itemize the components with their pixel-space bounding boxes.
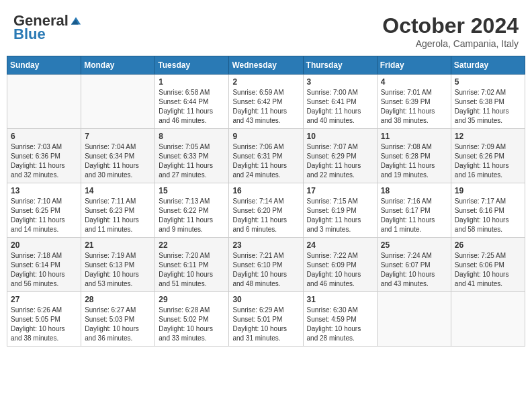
day-number: 4 [381, 77, 447, 87]
calendar-day-cell: 24Sunrise: 7:22 AM Sunset: 6:09 PM Dayli… [303, 238, 377, 292]
day-info: Sunrise: 6:30 AM Sunset: 4:59 PM Dayligh… [307, 306, 373, 343]
calendar-day-cell: 31Sunrise: 6:30 AM Sunset: 4:59 PM Dayli… [303, 292, 377, 347]
calendar-table: SundayMondayTuesdayWednesdayThursdayFrid… [7, 56, 525, 347]
weekday-header-row: SundayMondayTuesdayWednesdayThursdayFrid… [7, 56, 525, 75]
weekday-header-cell: Wednesday [229, 56, 303, 75]
page-header: General Blue October 2024 Agerola, Campa… [7, 7, 525, 52]
day-number: 2 [232, 77, 299, 87]
day-info: Sunrise: 7:16 AM Sunset: 6:17 PM Dayligh… [381, 197, 447, 234]
calendar-day-cell: 13Sunrise: 7:10 AM Sunset: 6:25 PM Dayli… [7, 183, 81, 238]
day-number: 8 [159, 132, 225, 141]
calendar-day-cell [7, 75, 81, 129]
calendar-day-cell: 1Sunrise: 6:58 AM Sunset: 6:44 PM Daylig… [155, 75, 229, 129]
day-number: 25 [381, 240, 447, 250]
day-number: 27 [11, 295, 77, 304]
day-info: Sunrise: 7:11 AM Sunset: 6:23 PM Dayligh… [85, 197, 151, 234]
day-number: 9 [232, 132, 299, 141]
day-info: Sunrise: 7:14 AM Sunset: 6:20 PM Dayligh… [232, 197, 299, 234]
calendar-day-cell: 20Sunrise: 7:18 AM Sunset: 6:14 PM Dayli… [7, 238, 81, 292]
day-number: 20 [11, 240, 77, 250]
logo: General Blue [13, 13, 82, 43]
weekday-header-cell: Monday [81, 56, 155, 75]
calendar-day-cell: 28Sunrise: 6:27 AM Sunset: 5:03 PM Dayli… [81, 292, 155, 347]
day-number: 21 [85, 240, 151, 250]
location-text: Agerola, Campania, Italy [382, 38, 519, 49]
calendar-day-cell: 5Sunrise: 7:02 AM Sunset: 6:38 PM Daylig… [451, 75, 525, 129]
calendar-day-cell: 30Sunrise: 6:29 AM Sunset: 5:01 PM Dayli… [229, 292, 303, 347]
day-info: Sunrise: 6:58 AM Sunset: 6:44 PM Dayligh… [159, 88, 225, 126]
calendar-week-row: 20Sunrise: 7:18 AM Sunset: 6:14 PM Dayli… [7, 238, 525, 292]
calendar-week-row: 6Sunrise: 7:03 AM Sunset: 6:36 PM Daylig… [7, 129, 525, 183]
day-info: Sunrise: 7:17 AM Sunset: 6:16 PM Dayligh… [455, 197, 521, 234]
day-number: 22 [159, 240, 225, 250]
day-info: Sunrise: 7:13 AM Sunset: 6:22 PM Dayligh… [159, 197, 225, 234]
calendar-day-cell: 17Sunrise: 7:15 AM Sunset: 6:19 PM Dayli… [303, 183, 377, 238]
calendar-day-cell: 22Sunrise: 7:20 AM Sunset: 6:11 PM Dayli… [155, 238, 229, 292]
day-info: Sunrise: 6:26 AM Sunset: 5:05 PM Dayligh… [11, 306, 77, 343]
day-number: 31 [307, 295, 373, 304]
day-number: 10 [307, 132, 373, 141]
day-info: Sunrise: 7:22 AM Sunset: 6:09 PM Dayligh… [307, 251, 373, 289]
title-block: October 2024 Agerola, Campania, Italy [382, 13, 519, 49]
day-info: Sunrise: 7:08 AM Sunset: 6:28 PM Dayligh… [381, 142, 447, 180]
day-number: 11 [381, 132, 447, 141]
calendar-day-cell [377, 292, 451, 347]
day-number: 13 [11, 186, 77, 195]
day-info: Sunrise: 7:19 AM Sunset: 6:13 PM Dayligh… [85, 251, 151, 289]
weekday-header-cell: Friday [377, 56, 451, 75]
day-number: 7 [85, 132, 151, 141]
day-info: Sunrise: 7:01 AM Sunset: 6:39 PM Dayligh… [381, 88, 447, 126]
calendar-day-cell [81, 75, 155, 129]
day-info: Sunrise: 6:59 AM Sunset: 6:42 PM Dayligh… [232, 88, 299, 126]
calendar-week-row: 13Sunrise: 7:10 AM Sunset: 6:25 PM Dayli… [7, 183, 525, 238]
day-number: 23 [232, 240, 299, 250]
calendar-day-cell: 15Sunrise: 7:13 AM Sunset: 6:22 PM Dayli… [155, 183, 229, 238]
calendar-day-cell: 3Sunrise: 7:00 AM Sunset: 6:41 PM Daylig… [303, 75, 377, 129]
logo-blue-text: Blue [13, 26, 46, 43]
day-info: Sunrise: 7:02 AM Sunset: 6:38 PM Dayligh… [455, 88, 521, 126]
day-number: 5 [455, 77, 521, 87]
calendar-day-cell: 26Sunrise: 7:25 AM Sunset: 6:06 PM Dayli… [451, 238, 525, 292]
day-info: Sunrise: 7:05 AM Sunset: 6:33 PM Dayligh… [159, 142, 225, 180]
calendar-day-cell: 10Sunrise: 7:07 AM Sunset: 6:29 PM Dayli… [303, 129, 377, 183]
calendar-day-cell: 14Sunrise: 7:11 AM Sunset: 6:23 PM Dayli… [81, 183, 155, 238]
calendar-day-cell [451, 292, 525, 347]
calendar-day-cell: 25Sunrise: 7:24 AM Sunset: 6:07 PM Dayli… [377, 238, 451, 292]
day-number: 6 [11, 132, 77, 141]
weekday-header-cell: Tuesday [155, 56, 229, 75]
day-info: Sunrise: 7:24 AM Sunset: 6:07 PM Dayligh… [381, 251, 447, 289]
day-number: 26 [455, 240, 521, 250]
day-info: Sunrise: 7:20 AM Sunset: 6:11 PM Dayligh… [159, 251, 225, 289]
calendar-week-row: 27Sunrise: 6:26 AM Sunset: 5:05 PM Dayli… [7, 292, 525, 347]
day-number: 30 [232, 295, 299, 304]
calendar-day-cell: 27Sunrise: 6:26 AM Sunset: 5:05 PM Dayli… [7, 292, 81, 347]
weekday-header-cell: Thursday [303, 56, 377, 75]
calendar-body: 1Sunrise: 6:58 AM Sunset: 6:44 PM Daylig… [7, 75, 525, 347]
calendar-day-cell: 6Sunrise: 7:03 AM Sunset: 6:36 PM Daylig… [7, 129, 81, 183]
day-number: 12 [455, 132, 521, 141]
month-title: October 2024 [382, 13, 519, 38]
day-info: Sunrise: 7:15 AM Sunset: 6:19 PM Dayligh… [307, 197, 373, 234]
day-info: Sunrise: 7:10 AM Sunset: 6:25 PM Dayligh… [11, 197, 77, 234]
day-info: Sunrise: 7:25 AM Sunset: 6:06 PM Dayligh… [455, 251, 521, 289]
calendar-day-cell: 8Sunrise: 7:05 AM Sunset: 6:33 PM Daylig… [155, 129, 229, 183]
day-info: Sunrise: 7:18 AM Sunset: 6:14 PM Dayligh… [11, 251, 77, 289]
calendar-week-row: 1Sunrise: 6:58 AM Sunset: 6:44 PM Daylig… [7, 75, 525, 129]
calendar-day-cell: 18Sunrise: 7:16 AM Sunset: 6:17 PM Dayli… [377, 183, 451, 238]
day-number: 18 [381, 186, 447, 195]
calendar-day-cell: 21Sunrise: 7:19 AM Sunset: 6:13 PM Dayli… [81, 238, 155, 292]
day-number: 3 [307, 77, 373, 87]
day-number: 24 [307, 240, 373, 250]
weekday-header-cell: Saturday [451, 56, 525, 75]
calendar-day-cell: 16Sunrise: 7:14 AM Sunset: 6:20 PM Dayli… [229, 183, 303, 238]
day-number: 29 [159, 295, 225, 304]
weekday-header-cell: Sunday [7, 56, 81, 75]
day-info: Sunrise: 7:21 AM Sunset: 6:10 PM Dayligh… [232, 251, 299, 289]
day-info: Sunrise: 6:28 AM Sunset: 5:02 PM Dayligh… [159, 306, 225, 343]
day-number: 16 [232, 186, 299, 195]
day-info: Sunrise: 7:09 AM Sunset: 6:26 PM Dayligh… [455, 142, 521, 180]
day-number: 1 [159, 77, 225, 87]
day-info: Sunrise: 7:07 AM Sunset: 6:29 PM Dayligh… [307, 142, 373, 180]
logo-icon [70, 15, 82, 27]
day-info: Sunrise: 7:06 AM Sunset: 6:31 PM Dayligh… [232, 142, 299, 180]
